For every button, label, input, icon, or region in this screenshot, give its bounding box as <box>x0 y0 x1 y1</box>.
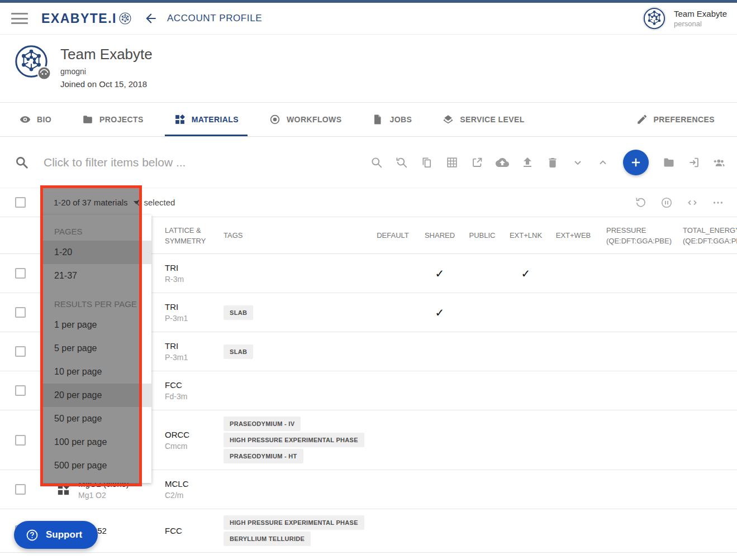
checkmark-icon: ✓ <box>435 307 445 319</box>
tab-bio[interactable]: BIO <box>10 103 60 136</box>
tab-label: MATERIALS <box>192 115 239 124</box>
lattice-type: MCLC <box>165 479 210 489</box>
tab-projects[interactable]: PROJECTS <box>73 103 153 136</box>
folder-icon <box>82 113 94 126</box>
symmetry-group: Cmcm <box>165 442 210 451</box>
support-button[interactable]: Support <box>14 521 98 549</box>
filter-toolbar: Click to filter items below ... <box>0 137 737 188</box>
back-arrow-icon[interactable] <box>144 11 158 26</box>
tag-badge: PRASEODYMIUM - HT <box>224 449 303 463</box>
open-in-new-icon[interactable] <box>470 156 484 169</box>
column-header-default: DEFAULT <box>368 230 418 241</box>
tab-label: JOBS <box>389 115 412 124</box>
symmetry-group: R-3m <box>165 275 210 284</box>
row-checkbox[interactable] <box>15 346 26 357</box>
selected-count-label: 0 selected <box>137 188 175 217</box>
menu-item-5-per-page[interactable]: 5 per page <box>42 337 151 360</box>
checkmark-icon: ✓ <box>521 267 531 280</box>
menu-section-header: PAGES <box>42 223 151 241</box>
tab-workflows[interactable]: WORKFLOWS <box>260 103 350 136</box>
menu-item-1-per-page[interactable]: 1 per page <box>42 313 151 337</box>
pencil-icon <box>636 113 648 126</box>
nav-avatar <box>643 7 666 30</box>
group-add-icon[interactable] <box>712 156 726 169</box>
support-label: Support <box>46 529 82 540</box>
lattice-type: TRI <box>165 302 210 312</box>
row-checkbox[interactable] <box>15 268 26 279</box>
nav-user-menu[interactable]: Team Exabyte personal <box>643 7 727 30</box>
chevron-up-icon[interactable] <box>596 156 610 169</box>
menu-item-10-per-page[interactable]: 10 per page <box>42 360 151 384</box>
column-header-lattice: LATTICE &SYMMETRY <box>151 225 210 246</box>
upload-icon[interactable] <box>521 156 534 169</box>
question-circle-icon <box>25 528 39 542</box>
exit-to-app-icon[interactable] <box>687 156 701 169</box>
tab-preferences[interactable]: PREFERENCES <box>627 103 724 136</box>
restore-icon[interactable] <box>634 196 648 209</box>
tag-badge: PRASEODYMIUM - IV <box>224 417 301 431</box>
folder-icon[interactable] <box>662 156 676 169</box>
tab-label: WORKFLOWS <box>287 115 341 124</box>
workflows-icon <box>269 113 281 126</box>
tab-materials[interactable]: MATERIALS <box>165 103 248 136</box>
filter-input[interactable]: Click to filter items below ... <box>44 156 370 169</box>
row-checkbox[interactable] <box>15 484 26 495</box>
chevron-down-icon[interactable] <box>571 156 584 169</box>
menu-item-1-20[interactable]: 1-20 <box>42 241 151 264</box>
filter-search-icon <box>15 155 29 170</box>
tag-badge: HIGH PRESSURE EXPERIMENTAL PHASE <box>224 515 364 530</box>
profile-name: Team Exabyte <box>60 46 153 63</box>
add-fab-button[interactable] <box>623 150 649 175</box>
brand-logo[interactable]: EXABYTE.I <box>41 11 131 26</box>
pagination-dropdown-trigger[interactable]: 1-20 of 37 materials <box>54 188 139 217</box>
tag-badge: SLAB <box>224 305 253 320</box>
symmetry-group: C2/m <box>165 491 210 500</box>
pause-circle-icon[interactable] <box>660 196 673 209</box>
more-horiz-icon[interactable] <box>711 196 725 209</box>
code-icon[interactable] <box>686 196 699 209</box>
tab-label: PROJECTS <box>99 115 144 124</box>
lattice-type: FCC <box>165 380 210 390</box>
logo-ball-icon <box>119 12 131 25</box>
tab-label: BIO <box>37 115 51 124</box>
menu-item-20-per-page[interactable]: 20 per page <box>42 384 151 407</box>
search-history-icon[interactable] <box>395 156 408 169</box>
page: EXABYTE.I ACCOUNT PROFILE Team Exabyte p… <box>0 0 737 560</box>
tab-service-level[interactable]: SERVICE LEVEL <box>433 103 533 136</box>
menu-item-500-per-page[interactable]: 500 per page <box>42 454 151 477</box>
row-checkbox[interactable] <box>15 307 26 318</box>
tab-jobs[interactable]: JOBS <box>363 103 421 136</box>
symmetry-group: Fd-3m <box>165 392 210 401</box>
nav-user-name: Team Exabyte <box>674 9 727 18</box>
menu-item-100-per-page[interactable]: 100 per page <box>42 430 151 454</box>
menu-item-21-37[interactable]: 21-37 <box>42 264 151 288</box>
symmetry-group: P-3m1 <box>165 314 210 323</box>
lattice-type: TRI <box>165 263 210 272</box>
column-header-public: PUBLIC <box>462 230 503 241</box>
search-icon[interactable] <box>370 156 383 169</box>
lattice-type: TRI <box>165 341 210 351</box>
select-all-checkbox[interactable] <box>15 197 26 208</box>
row-checkbox[interactable] <box>15 385 26 396</box>
cloud-upload-icon[interactable] <box>496 156 509 169</box>
column-header-tags: TAGS <box>210 230 368 241</box>
lattice-type: ORCC <box>165 430 210 439</box>
pagination-menu: PAGES1-2021-37RESULTS PER PAGE1 per page… <box>42 215 151 483</box>
menu-item-50-per-page[interactable]: 50 per page <box>42 407 151 430</box>
jobs-icon <box>372 113 384 126</box>
table-grid-icon[interactable] <box>445 156 459 169</box>
row-checkbox[interactable] <box>15 435 26 446</box>
menu-icon[interactable] <box>11 13 28 24</box>
copy-icon[interactable] <box>420 156 434 169</box>
column-header-shared: SHARED <box>418 230 462 241</box>
profile-header: Team Exabyte gmogni Joined on Oct 15, 20… <box>0 35 737 103</box>
tab-label: PREFERENCES <box>654 115 715 124</box>
materials-icon <box>174 113 186 126</box>
page-title: ACCOUNT PROFILE <box>167 13 262 24</box>
pagination-range-label: 1-20 of 37 materials <box>54 198 128 207</box>
menu-section-header: RESULTS PER PAGE <box>42 295 151 313</box>
delete-icon[interactable] <box>546 156 559 169</box>
brand-text: EXABYTE.I <box>41 11 117 26</box>
column-header-ext-web: EXT+WEB <box>549 230 598 241</box>
selection-bar: 1-20 of 37 materials 0 selected <box>0 188 737 217</box>
